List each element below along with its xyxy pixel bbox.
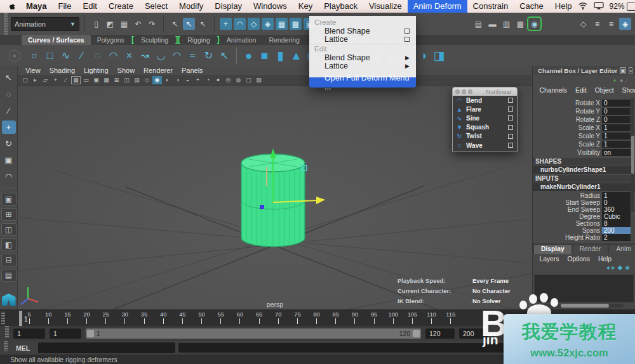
- channel-value-field[interactable]: 1: [602, 133, 631, 140]
- layer-menu-item[interactable]: Help: [594, 256, 615, 263]
- select-object-icon[interactable]: ↖: [183, 18, 195, 30]
- sculpt-tool-icon[interactable]: ◑: [415, 48, 431, 64]
- exposure-icon[interactable]: ◎: [224, 76, 233, 84]
- option-box-icon[interactable]: [508, 134, 513, 139]
- make-live-icon[interactable]: ▦: [276, 18, 288, 30]
- layer-editor-tab[interactable]: Anim: [609, 245, 635, 254]
- channel-box-scrollbar[interactable]: [631, 98, 634, 212]
- bezier-curve-icon[interactable]: ◠: [105, 48, 121, 64]
- move-tool-icon[interactable]: +: [2, 120, 16, 134]
- curve-fillet-icon[interactable]: ◡: [153, 48, 169, 64]
- undo-icon[interactable]: ↶: [132, 18, 144, 30]
- menubar-item[interactable]: Playback: [318, 0, 363, 13]
- film-gate-icon[interactable]: ▭: [81, 76, 91, 84]
- scale-tool-icon[interactable]: ▣: [2, 153, 16, 167]
- menubar-item[interactable]: Maya: [20, 0, 53, 13]
- image-plane-icon[interactable]: ▱: [41, 76, 50, 84]
- render-settings-icon[interactable]: ▩: [514, 18, 526, 30]
- channel-value-field[interactable]: 2: [602, 234, 631, 241]
- launch-render-view-icon[interactable]: ◉: [528, 18, 540, 30]
- redo-icon[interactable]: ↷: [146, 18, 158, 30]
- option-box-icon[interactable]: [508, 143, 513, 148]
- nonlinear-menu-item[interactable]: ↻ Twist: [453, 132, 517, 141]
- align-curve-icon[interactable]: ↖: [217, 48, 232, 64]
- multisample-icon[interactable]: ●: [213, 76, 223, 84]
- panel-menu-item[interactable]: Lighting: [79, 67, 113, 74]
- shelf-tab[interactable]: Animation: [220, 35, 263, 45]
- close-window-icon[interactable]: [455, 89, 460, 94]
- close-icon[interactable]: ×: [629, 67, 633, 74]
- command-input[interactable]: [38, 342, 175, 353]
- menu-set-selector[interactable]: Animation ▼: [11, 17, 79, 31]
- textured-mode-icon[interactable]: ◐: [163, 76, 172, 84]
- range-slider-track[interactable]: 1 120: [86, 328, 421, 339]
- toolbar-grip[interactable]: [4, 13, 8, 35]
- menu-item[interactable]: Lattice ▶: [309, 62, 416, 71]
- curve-edit-icon[interactable]: ×: [121, 48, 137, 64]
- select-tool-icon[interactable]: ↖: [2, 71, 16, 84]
- channel-value-field[interactable]: 360: [602, 206, 631, 213]
- nonlinear-menu-item[interactable]: ∿ Sine: [453, 114, 517, 122]
- grid-toggle-icon[interactable]: ▦: [71, 76, 81, 84]
- menubar-item[interactable]: Select: [139, 0, 173, 13]
- hud-toggle-icon[interactable]: ▤: [132, 76, 142, 84]
- layout-persp-outliner-icon[interactable]: ◧: [1, 238, 17, 251]
- range-grip[interactable]: [5, 326, 9, 337]
- float-window-icon[interactable]: ▣: [620, 67, 626, 74]
- apple-menu-icon[interactable]: [8, 1, 17, 11]
- menubar-item[interactable]: Help: [549, 0, 578, 13]
- layout-hypergraph-icon[interactable]: ▤: [1, 269, 17, 282]
- cv-curve-icon[interactable]: ∿: [58, 48, 74, 64]
- playback-start-field[interactable]: 1: [50, 328, 81, 339]
- shelf-options-icon[interactable]: ○: [9, 50, 20, 62]
- airplay-display-icon[interactable]: [594, 2, 604, 11]
- menu-item[interactable]: Blend Shape ▶: [309, 53, 416, 62]
- menubar-item[interactable]: File: [53, 0, 77, 13]
- channel-value-field[interactable]: on: [602, 149, 631, 156]
- range-end-handle[interactable]: [413, 330, 420, 337]
- channel-value-field[interactable]: 0: [602, 108, 631, 115]
- layer-move-down-icon[interactable]: ▸: [612, 264, 615, 271]
- save-scene-icon[interactable]: ▦: [118, 18, 130, 30]
- render-current-frame-icon[interactable]: ▬: [486, 18, 498, 30]
- zoom-window-icon[interactable]: [468, 89, 472, 94]
- render-view-icon[interactable]: ▤: [472, 18, 485, 30]
- hyperbolic-icon[interactable]: ∕: [626, 77, 627, 84]
- xray-icon[interactable]: ▧: [254, 76, 264, 84]
- paint-select-tool-icon[interactable]: ∕: [2, 104, 16, 117]
- time-slider-grip[interactable]: [1, 311, 5, 325]
- field-chart-icon[interactable]: ⊞: [112, 76, 121, 84]
- panel-menu-item[interactable]: Panels: [177, 67, 208, 74]
- layout-graph-editor-icon[interactable]: ⊟: [1, 254, 17, 266]
- open-full-deform-menu-item[interactable]: Open Full Deform Menu ...: [309, 77, 416, 88]
- channel-value-field[interactable]: Cubic: [602, 213, 631, 220]
- panel-menu-item[interactable]: View: [21, 67, 45, 74]
- pencil-curve-icon[interactable]: ∕: [74, 48, 90, 64]
- channel-value-field[interactable]: 0: [602, 100, 631, 107]
- menubar-item[interactable]: Constrain: [467, 0, 514, 13]
- menubar-item[interactable]: Edit: [77, 0, 102, 13]
- screen-ao-icon[interactable]: ◓: [193, 76, 203, 84]
- gamma-icon[interactable]: ◍: [234, 76, 243, 84]
- option-box-icon[interactable]: [508, 125, 513, 130]
- range-start-handle[interactable]: [87, 330, 94, 337]
- panel-menu-item[interactable]: Shading: [45, 67, 79, 74]
- viewport-camera-icon[interactable]: ▢: [20, 76, 30, 84]
- menu-item[interactable]: Lattice: [309, 36, 416, 44]
- layer-editor-tab[interactable]: Render: [573, 245, 608, 254]
- nonlinear-menu-item[interactable]: ≈ Wave: [453, 141, 517, 150]
- shelf-tab[interactable]: Curves / Surfaces: [22, 35, 91, 45]
- channel-value-field[interactable]: 1: [602, 141, 631, 148]
- snap-grid-icon[interactable]: +: [220, 18, 232, 30]
- menu-item[interactable]: Blend Shape: [309, 27, 416, 36]
- channel-box-menu-item[interactable]: Channels: [535, 87, 572, 94]
- nonlinear-menu-item[interactable]: ▲ Flare: [453, 105, 517, 114]
- shelf-tab[interactable]: Sculpting: [135, 35, 175, 45]
- channel-value-field[interactable]: 200: [602, 227, 631, 234]
- grease-pencil-icon[interactable]: ∕: [61, 76, 70, 84]
- shelf-tab[interactable]: Polygons: [91, 35, 131, 45]
- option-box-icon[interactable]: [508, 115, 513, 120]
- minimize-window-icon[interactable]: [462, 89, 466, 94]
- arc-tool-icon[interactable]: ◠: [169, 48, 185, 64]
- nurbs-cube-icon[interactable]: ■: [257, 48, 272, 64]
